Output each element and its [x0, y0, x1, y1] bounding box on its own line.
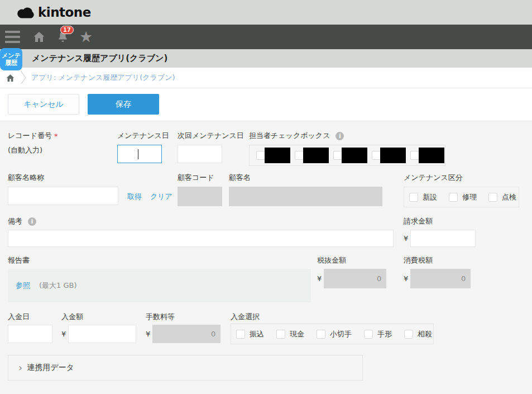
billing-amount-input[interactable]	[410, 230, 476, 247]
kintone-cloud-icon	[17, 6, 35, 19]
yen-symbol: ¥	[317, 274, 322, 283]
customer-name-label: 顧客名	[229, 173, 251, 183]
redacted-option-label	[342, 148, 367, 163]
customer-code-input	[178, 187, 222, 206]
kintone-logo[interactable]: kintone	[17, 5, 91, 20]
payment-option-tegata[interactable]: 手形	[364, 329, 392, 339]
category-option-shinsetsu[interactable]: 新設	[409, 192, 437, 202]
payment-select-label: 入金選択	[231, 312, 260, 322]
tax-excluded-label: 税抜金額	[317, 255, 346, 265]
text-cursor	[138, 149, 138, 159]
notification-badge: 17	[60, 26, 74, 34]
next-maintenance-date-label: 次回メンテナンス日	[178, 131, 244, 141]
payment-option-genkin[interactable]: 現金	[276, 329, 304, 339]
lookup-links: 取得 クリア	[127, 192, 172, 202]
customer-code-label: 顧客コード	[178, 173, 214, 183]
staff-option-1[interactable]	[256, 148, 290, 163]
kintone-topbar: kintone	[0, 0, 532, 25]
checkbox[interactable]	[317, 330, 325, 339]
checkbox[interactable]	[295, 151, 304, 160]
checkbox[interactable]	[372, 151, 381, 160]
customer-name-input	[229, 187, 382, 206]
cancel-button[interactable]: キャンセル	[8, 94, 79, 115]
breadcrumb-separator-icon	[21, 70, 27, 85]
staff-option-5[interactable]	[410, 148, 444, 163]
consumption-tax-input	[410, 269, 471, 288]
payment-date-input[interactable]	[8, 325, 52, 343]
maintenance-category-group: 新設 修理 点検	[404, 187, 519, 207]
maintenance-date-input[interactable]	[117, 145, 162, 163]
checkbox[interactable]	[256, 151, 265, 160]
customer-short-name-label: 顧客名略称	[8, 173, 44, 183]
payment-amount-field: ¥	[61, 325, 136, 343]
yen-symbol: ¥	[404, 234, 408, 243]
chevron-right-icon: ›	[18, 363, 22, 373]
breadcrumb-app-link[interactable]: アプリ: メンテナンス履歴アプリ(クラブン)	[31, 73, 175, 83]
remarks-input[interactable]	[8, 230, 394, 247]
checkbox[interactable]	[410, 151, 419, 160]
consumption-tax-field: ¥	[404, 269, 471, 288]
menu-icon[interactable]	[0, 25, 25, 49]
favorites-star-icon[interactable]: ★	[75, 25, 97, 49]
app-icon[interactable]: メンテ 履歴	[0, 48, 22, 70]
redacted-option-label	[303, 148, 329, 163]
staff-option-2[interactable]	[295, 148, 329, 163]
global-navbar: 17 ★	[0, 25, 532, 49]
payment-date-label: 入金日	[8, 312, 30, 322]
remarks-label: 備考 i	[8, 216, 36, 226]
category-option-shuri[interactable]: 修理	[449, 192, 477, 202]
action-bar: キャンセル 保存	[0, 88, 532, 121]
payment-option-sousai[interactable]: 相殺	[404, 329, 432, 339]
info-icon[interactable]: i	[28, 217, 36, 226]
checkbox[interactable]	[409, 193, 418, 202]
clear-link[interactable]: クリア	[150, 192, 172, 202]
report-file-dropzone[interactable]: 参照 (最大1 GB)	[8, 269, 311, 302]
yen-symbol: ¥	[146, 330, 150, 338]
redacted-option-label	[380, 148, 406, 163]
payment-select-group: 振込 現金 小切手 手形 相殺	[231, 324, 434, 344]
app-title: メンテナンス履歴アプリ(クラブン)	[32, 53, 167, 64]
record-form: レコード番号* (自動入力) メンテナンス日 次回メンテナンス日 担当者チェック…	[0, 121, 532, 394]
checkbox[interactable]	[364, 330, 373, 339]
kintone-logo-text: kintone	[38, 5, 91, 20]
maintenance-date-field	[117, 145, 162, 163]
fees-field: ¥	[146, 325, 221, 343]
checkbox[interactable]	[404, 330, 413, 339]
staff-option-4[interactable]	[372, 148, 406, 163]
payment-option-furikomi[interactable]: 振込	[236, 329, 264, 339]
customer-short-name-input[interactable]	[8, 187, 118, 205]
info-icon[interactable]: i	[336, 132, 344, 140]
app-icon-text-line1: メンテ	[2, 52, 21, 59]
staff-checkbox-label: 担当者チェックボックス i	[249, 131, 344, 141]
checkbox[interactable]	[449, 193, 458, 202]
file-size-note: (最大1 GB)	[39, 281, 77, 291]
fetch-link[interactable]: 取得	[127, 192, 142, 202]
browse-link[interactable]: 参照	[16, 281, 30, 291]
record-number-label: レコード番号*	[8, 131, 57, 141]
save-button[interactable]: 保存	[88, 94, 159, 115]
billing-amount-field: ¥	[404, 230, 476, 247]
checkbox[interactable]	[333, 151, 342, 160]
checkbox[interactable]	[488, 193, 497, 202]
breadcrumb-home-icon[interactable]	[6, 73, 15, 83]
tax-excluded-input	[324, 269, 386, 288]
checkbox[interactable]	[276, 330, 285, 339]
home-icon[interactable]	[28, 25, 50, 49]
category-option-tenken[interactable]: 点検	[488, 192, 516, 202]
app-header: メンテ 履歴 メンテナンス履歴アプリ(クラブン)	[0, 49, 532, 68]
redacted-option-label	[265, 148, 290, 163]
next-maintenance-date-input[interactable]	[178, 145, 222, 163]
yen-symbol: ¥	[61, 330, 66, 338]
maintenance-category-label: メンテナンス区分	[404, 173, 463, 183]
linkage-data-group-toggle[interactable]: › 連携用データ	[8, 355, 363, 381]
payment-option-kogitte[interactable]: 小切手	[317, 329, 352, 339]
checkbox[interactable]	[236, 330, 245, 339]
kintone-record-edit-screen: kintone 17 ★ メンテ 履歴 メンテナンス履歴アプリ(クラブン) アプ…	[0, 0, 532, 394]
staff-checkbox-group	[249, 145, 445, 166]
record-number-auto-note: (自動入力)	[8, 145, 42, 155]
staff-option-3[interactable]	[333, 148, 367, 163]
linkage-data-group-title: 連携用データ	[27, 363, 74, 373]
payment-amount-input[interactable]	[68, 325, 136, 343]
redacted-option-label	[419, 148, 444, 163]
notifications-bell-icon[interactable]: 17	[51, 25, 74, 49]
